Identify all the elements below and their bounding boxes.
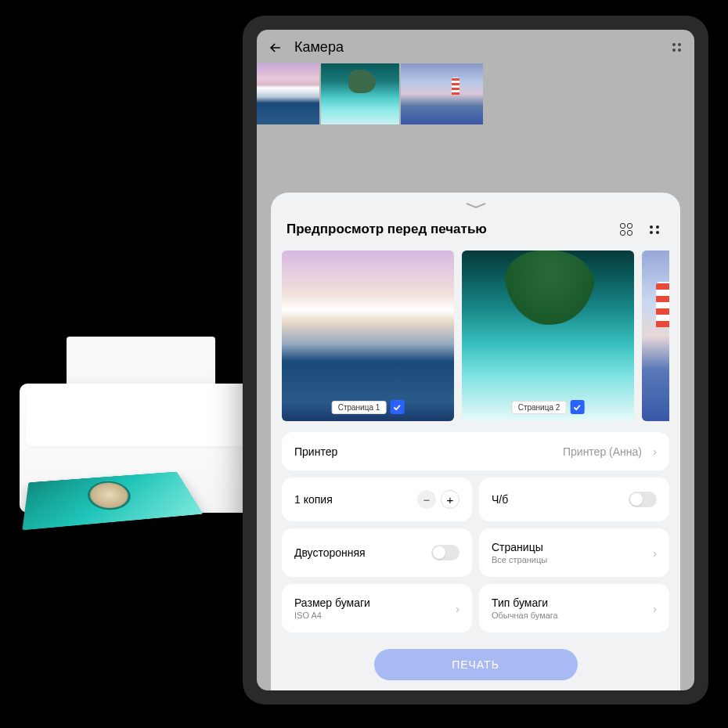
increment-button[interactable]: + (441, 490, 460, 509)
printer-printed-photo (22, 471, 203, 530)
setting-label: Размер бумаги (294, 596, 370, 609)
page-checkbox[interactable] (570, 400, 584, 414)
chevron-right-icon: › (653, 602, 657, 615)
bw-setting: Ч/б (479, 478, 669, 521)
setting-value: Принтер (Анна) (563, 445, 642, 458)
more-icon[interactable] (672, 43, 683, 52)
preview-page[interactable] (642, 250, 669, 421)
duplex-toggle[interactable] (431, 545, 460, 560)
page-label: Страница 2 (512, 401, 567, 414)
bw-toggle[interactable] (629, 492, 657, 507)
gallery-thumbnail[interactable] (257, 63, 319, 124)
gallery-thumbnail[interactable] (321, 63, 399, 124)
page-checkbox[interactable] (390, 400, 404, 414)
paper-type-setting[interactable]: Тип бумаги Обычная бумага › (479, 584, 669, 632)
preview-page[interactable]: Страница 1 (282, 250, 454, 421)
setting-label: Тип бумаги (492, 596, 558, 609)
panel-more-icon[interactable] (644, 219, 665, 240)
settings-list: Принтер Принтер (Анна) › 1 копия − + (282, 432, 669, 680)
grid-view-icon[interactable] (616, 219, 636, 240)
copies-setting: 1 копия − + (282, 478, 472, 521)
preview-row: Страница 1 Страница 2 (282, 250, 669, 421)
panel-header: Предпросмотр перед печатью (282, 214, 669, 250)
panel-title: Предпросмотр перед печатью (287, 222, 608, 237)
print-preview-panel: Предпросмотр перед печатью Страница 1 (271, 193, 680, 690)
setting-sub: Обычная бумага (492, 611, 558, 620)
gallery-title: Камера (294, 39, 661, 56)
printer-body (20, 384, 270, 513)
panel-drag-handle[interactable] (282, 202, 669, 214)
paper-size-setting[interactable]: Размер бумаги ISO A4 › (282, 584, 472, 632)
duplex-setting: Двусторонняя (282, 528, 472, 577)
setting-sub: Все страницы (492, 555, 547, 564)
tablet-frame: Камера Предпросмотр перед печатью (243, 16, 708, 705)
decrement-button[interactable]: − (417, 490, 436, 509)
setting-label: 1 копия (294, 493, 333, 506)
chevron-right-icon: › (653, 546, 657, 560)
setting-label: Принтер (294, 445, 337, 458)
printer-setting[interactable]: Принтер Принтер (Анна) › (282, 432, 669, 470)
page-label: Страница 1 (332, 401, 387, 414)
tablet-screen: Камера Предпросмотр перед печатью (257, 30, 694, 690)
setting-label: Ч/б (492, 493, 508, 506)
setting-sub: ISO A4 (294, 611, 370, 620)
setting-label: Страницы (492, 541, 547, 553)
gallery-header: Камера (257, 30, 694, 63)
quantity-stepper: − + (417, 490, 460, 509)
setting-label: Двусторонняя (294, 546, 366, 559)
gallery-thumbnail[interactable] (401, 63, 483, 124)
pages-setting[interactable]: Страницы Все страницы › (479, 528, 669, 577)
printer-lid (26, 384, 264, 446)
print-button[interactable]: ПЕЧАТЬ (374, 649, 578, 680)
back-arrow-icon[interactable] (268, 40, 283, 56)
preview-page[interactable]: Страница 2 (462, 250, 634, 421)
chevron-right-icon: › (456, 602, 460, 615)
chevron-right-icon: › (653, 445, 657, 458)
thumbnail-strip (257, 63, 694, 124)
